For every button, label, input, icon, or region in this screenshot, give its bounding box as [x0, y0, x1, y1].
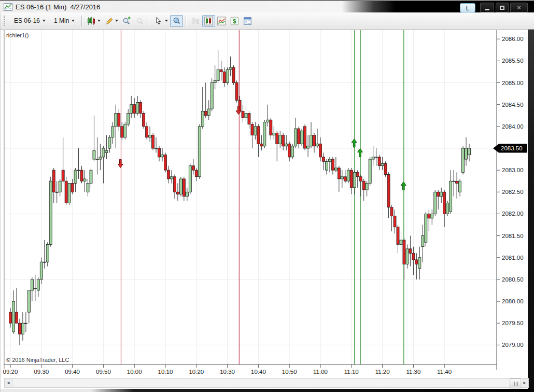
maximize-button[interactable] [496, 3, 509, 12]
indicators-button[interactable] [215, 15, 228, 27]
bar-type-icon [87, 17, 96, 25]
maximize-icon [500, 6, 504, 10]
svg-text:11:20: 11:20 [375, 369, 390, 375]
svg-text:2083.00: 2083.00 [502, 167, 524, 173]
axes [4, 30, 497, 370]
window-left-edge [0, 12, 1, 392]
zoom-in-button[interactable] [120, 15, 133, 27]
indicators-icon [217, 17, 226, 25]
copyright-label: © 2016 NinjaTrader, LLC [6, 357, 69, 363]
y-axis[interactable]: 2086.002085.502085.002084.502084.002083.… [497, 36, 524, 348]
data-series-button[interactable] [202, 15, 215, 27]
horizontal-scrollbar[interactable]: ◄ ► [4, 378, 529, 388]
svg-text:10:20: 10:20 [189, 369, 204, 375]
chevron-down-icon [43, 20, 46, 22]
toolbar: ES 06-161 Min$ [0, 12, 534, 30]
svg-text:2085.00: 2085.00 [502, 80, 524, 86]
svg-text:10:00: 10:00 [127, 369, 142, 375]
svg-text:10:30: 10:30 [220, 369, 235, 375]
scroll-left-icon[interactable]: ◄ [5, 379, 12, 387]
svg-text:09:50: 09:50 [96, 369, 111, 375]
window-title: ES 06-16 (1 Min) 4/27/2016 [16, 3, 100, 11]
titlebar[interactable]: ES 06-16 (1 Min) 4/27/2016 L × [0, 0, 534, 12]
svg-text:$: $ [233, 18, 237, 24]
svg-text:11:00: 11:00 [313, 369, 328, 375]
crosshair-button[interactable] [170, 15, 183, 27]
toolbar-separator [186, 16, 187, 26]
drawing-tools-button[interactable] [103, 15, 120, 27]
svg-text:11:40: 11:40 [437, 369, 452, 375]
chevron-down-icon [165, 20, 168, 22]
gridlines [4, 30, 497, 365]
svg-text:09:20: 09:20 [3, 369, 18, 375]
svg-text:09:40: 09:40 [65, 369, 80, 375]
indicator-label: richier1() [6, 32, 29, 38]
chevron-down-icon [115, 20, 118, 22]
svg-text:2081.00: 2081.00 [502, 255, 524, 261]
cursor-button[interactable] [152, 15, 170, 27]
data-series-icon [204, 17, 213, 25]
svg-text:2084.00: 2084.00 [502, 123, 524, 130]
output-button[interactable] [241, 15, 254, 27]
instrument-dropdown[interactable]: ES 06-16 [10, 15, 50, 26]
bar-type-button[interactable] [85, 15, 103, 27]
x-axis[interactable]: 09:2009:3009:4009:5010:0010:1010:2010:30… [3, 365, 452, 375]
link-button[interactable]: L [460, 3, 475, 12]
chevron-down-icon [97, 20, 101, 22]
window-controls: L × [460, 3, 528, 12]
strategies-icon: $ [230, 17, 239, 25]
zoom-out-icon [135, 17, 144, 25]
minimize-button[interactable] [480, 3, 494, 12]
cursor-icon [154, 17, 163, 25]
svg-text:2079.50: 2079.50 [502, 320, 524, 326]
svg-text:10:40: 10:40 [251, 369, 266, 375]
buy-arrow-icon [401, 181, 406, 190]
price-badge: 2083.50 [493, 144, 527, 153]
toolbar-separator [149, 16, 150, 26]
svg-text:11:10: 11:10 [344, 369, 359, 375]
svg-text:2085.50: 2085.50 [502, 58, 524, 64]
svg-text:2086.00: 2086.00 [502, 36, 524, 42]
zoom-out-button[interactable] [133, 15, 146, 27]
svg-text:10:50: 10:50 [282, 369, 297, 375]
instrument-dropdown-label: ES 06-16 [14, 17, 40, 24]
buy-arrow-icon [352, 139, 357, 147]
svg-text:11:30: 11:30 [406, 369, 420, 375]
toolbar-grip[interactable] [4, 16, 7, 26]
window-right-edge [528, 0, 534, 392]
svg-text:2084.50: 2084.50 [502, 102, 524, 108]
scroll-right-icon[interactable]: ► [521, 379, 528, 387]
crosshair-icon [172, 17, 181, 25]
minimize-icon [485, 9, 489, 10]
svg-text:09:30: 09:30 [34, 369, 49, 375]
svg-text:2081.50: 2081.50 [502, 233, 524, 239]
candlesticks [9, 50, 471, 345]
svg-text:2083.50: 2083.50 [501, 145, 523, 151]
interval-dropdown[interactable]: 1 Min [50, 15, 79, 26]
strategies-button[interactable]: $ [228, 15, 241, 27]
svg-text:10:10: 10:10 [158, 369, 173, 375]
event-vlines [121, 30, 403, 365]
buy-arrow-icon [358, 148, 363, 157]
svg-text:2082.00: 2082.00 [502, 211, 524, 217]
close-button[interactable]: × [510, 3, 528, 12]
chevron-down-icon [72, 20, 75, 22]
chart-trader-button[interactable] [189, 15, 202, 27]
drawing-tools-icon [105, 17, 114, 25]
svg-text:2080.50: 2080.50 [502, 276, 524, 283]
interval-dropdown-label: 1 Min [54, 17, 69, 24]
toolbar-separator [81, 16, 82, 26]
chart-window-icon [4, 3, 12, 11]
svg-text:2079.00: 2079.00 [502, 342, 524, 348]
zoom-in-icon [122, 17, 131, 25]
svg-text:2082.50: 2082.50 [502, 189, 524, 195]
price-chart[interactable]: 09:2009:3009:4009:5010:0010:1010:2010:30… [0, 0, 534, 392]
output-icon [243, 17, 252, 25]
sell-arrow-icon [118, 160, 123, 168]
window-bottom-edge [0, 389, 534, 392]
chart-trader-icon [191, 17, 200, 25]
svg-text:2080.00: 2080.00 [502, 298, 524, 304]
